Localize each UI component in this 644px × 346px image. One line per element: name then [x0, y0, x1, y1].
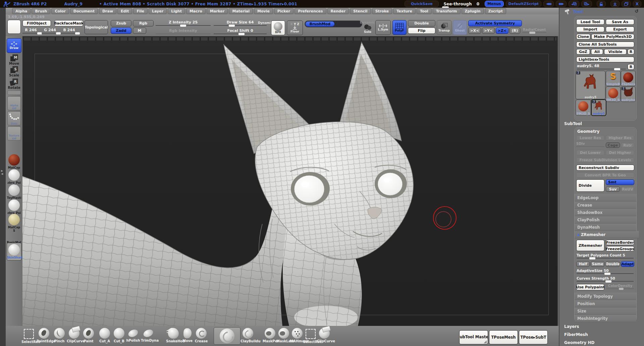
gyro-move-button[interactable]: M Move	[7, 54, 21, 65]
brush-selectrec-0[interactable]: SelectRec	[21, 328, 36, 344]
lightbox-tools-button[interactable]: Lightbox▸Tools	[576, 57, 634, 62]
section-meshintegrity[interactable]: MeshIntegrity	[575, 315, 636, 322]
goz-visible-button[interactable]: Visible	[604, 49, 627, 55]
section-dynamesh[interactable]: DynaMesh	[575, 224, 636, 231]
default-zscript-button[interactable]: DefaultZScript	[506, 1, 541, 7]
adapt-button[interactable]: Adapt	[621, 261, 634, 267]
topological-button[interactable]: Topological	[85, 20, 108, 34]
minimize-icon[interactable]	[610, 1, 620, 7]
brush-cut_a-5[interactable]: Cut_A	[97, 328, 112, 343]
bpr-render-button[interactable]: BPR	[271, 20, 285, 35]
goz-r-button[interactable]: R	[628, 49, 634, 55]
focal-shift-slider[interactable]: Focal Shift 0	[214, 28, 267, 34]
gyro-draw-button[interactable]: Draw	[7, 38, 21, 53]
prev-doc-icon[interactable]: ◀▮▮▮	[543, 1, 554, 7]
document-canvas[interactable]	[22, 36, 558, 326]
reconstruct-subdiv-button[interactable]: Reconstruct Subdiv	[576, 165, 634, 171]
transparency-button[interactable]: Transp	[437, 20, 451, 35]
brush-mahmask-15[interactable]: MAHmask	[290, 328, 305, 343]
menu-marker[interactable]: Marker	[207, 8, 228, 14]
geometry-section-header[interactable]: Geometry	[577, 129, 599, 134]
subtool-section-header[interactable]: SubTool	[561, 121, 641, 127]
adaptive-size-slider[interactable]: AdaptiveSize 50	[577, 269, 634, 274]
gyro-scale-button[interactable]: S Scale	[7, 66, 21, 77]
menu-file[interactable]: File	[133, 8, 148, 14]
clone-button[interactable]: Clone	[576, 34, 590, 40]
menu-brush[interactable]: Brush	[32, 8, 50, 14]
goz-all-button[interactable]: All	[591, 49, 603, 55]
quicksave-button[interactable]: QuickSave	[405, 1, 439, 7]
tool-thumb-audry5-0[interactable]: 3audry5	[576, 71, 605, 99]
menu-picker[interactable]: Picker	[274, 8, 293, 14]
floor-grid-button[interactable]: X Y Z Floor	[287, 20, 303, 35]
brush-hpolish-7[interactable]: hPolish	[126, 328, 141, 342]
menu-color[interactable]: Color	[51, 8, 69, 14]
symmetry-x-button[interactable]: >X<	[468, 27, 481, 34]
menu-preferences[interactable]: Preferences	[294, 8, 326, 14]
target-polygons-slider[interactable]: Target Polygons Count 5	[577, 253, 634, 258]
curves-strength-slider[interactable]: Curves Strength 50	[577, 276, 634, 282]
menu-draw[interactable]: Draw	[99, 8, 116, 14]
brush-cut_b-6[interactable]: Cut_B	[112, 328, 126, 343]
section-modify-topology[interactable]: Modify Topology	[575, 293, 636, 300]
z-intensity-slider[interactable]: Z Intensity 25	[156, 20, 211, 26]
color-g-slider[interactable]: G 244	[42, 28, 58, 34]
menu-layer[interactable]: Layer	[149, 8, 167, 14]
current-brush-thumbnail[interactable]	[214, 327, 240, 345]
menu-material[interactable]: Material	[229, 8, 253, 14]
menu-movie[interactable]: Movie	[254, 8, 273, 14]
tool-thumb-zsphere-2[interactable]: ZSphere	[621, 71, 636, 86]
brush-pinch-2[interactable]: Pinch	[52, 328, 67, 343]
menu-zscript[interactable]: Zscript	[485, 8, 506, 14]
tool-thumb-simplebru-1[interactable]: SSimpleBru	[606, 71, 621, 86]
make-polymesh3d-button[interactable]: Make PolyMesh3D	[591, 34, 634, 40]
current-stroke-slot[interactable]: Dots	[7, 111, 21, 125]
menu-edit[interactable]: Edit	[117, 8, 132, 14]
use-polypaint-button[interactable]: Use Polypaint	[576, 284, 604, 290]
tposemesh-button[interactable]: TPoseMesh	[489, 330, 518, 344]
solo-button[interactable]: Solo	[361, 24, 375, 34]
section-shadowbox[interactable]: ShadowBox	[575, 209, 636, 216]
section-crease[interactable]: Crease	[575, 201, 636, 209]
tpose-subt-button[interactable]: TPose▸SubT	[519, 330, 548, 344]
freeze-border-button[interactable]: FreezeBorder	[606, 240, 634, 245]
brush-selectrec-16[interactable]: SelectRec	[303, 328, 318, 344]
material-slot-5[interactable]: BasicMat	[7, 229, 21, 244]
same-button[interactable]: Same	[591, 261, 604, 267]
menu-tool[interactable]: Tool	[417, 8, 432, 14]
local-symmetry-button[interactable]: L.Sym	[375, 20, 391, 35]
material-slot-2[interactable]: ToyPlasti	[7, 184, 21, 199]
menu-document[interactable]: Document	[70, 8, 98, 14]
palette-fibermesh[interactable]: FiberMesh	[561, 332, 641, 338]
zremesher-section-header[interactable]: ● ZRemesher	[575, 231, 639, 238]
color-b-slider[interactable]: B 244	[61, 28, 77, 34]
brush-paintedge-1[interactable]: PaintEdge	[37, 328, 51, 343]
brush-paint-4[interactable]: Paint	[81, 328, 96, 343]
tool-thumb-pm3d_s-5[interactable]: PM3D_S	[576, 100, 591, 116]
section-claypolish[interactable]: ClayPolish	[575, 216, 636, 224]
tool-thumb-audryhea-4[interactable]: 2audryhea	[621, 86, 636, 102]
material-slot-6[interactable]: SkinShad4	[7, 243, 21, 261]
brush-trimdyna-8[interactable]: TrimDyna	[141, 328, 156, 342]
symmetry-y-button[interactable]: >Y<	[482, 27, 495, 34]
activate-symmetry-button[interactable]: Activate Symmetry	[468, 20, 522, 26]
brush-mod-button[interactable]: BrushMod	[305, 21, 335, 27]
freeze-groups-button[interactable]: FreezeGroups	[606, 246, 634, 251]
flip-button[interactable]: Flip	[408, 27, 435, 34]
menu-macro[interactable]: Macro	[186, 8, 206, 14]
save-as-button[interactable]: Save As	[606, 19, 634, 25]
menu-light[interactable]: Light	[168, 8, 185, 14]
menu-transform[interactable]: Transform	[433, 8, 461, 14]
menus-toggle[interactable]: Menus	[485, 1, 504, 7]
history-refresh-icon[interactable]: ↺	[635, 8, 639, 14]
symmetry-z-button[interactable]: >Z<	[496, 27, 508, 34]
color-r-slider[interactable]: R 246	[22, 28, 39, 34]
brush-move-10[interactable]: Move	[180, 328, 195, 343]
export-button[interactable]: Export	[606, 26, 634, 32]
tool-r-button[interactable]: R	[628, 64, 634, 70]
smt-button[interactable]: Smt	[606, 179, 634, 185]
m-button[interactable]: M	[133, 27, 146, 34]
suv-button[interactable]: Suv	[606, 186, 620, 192]
tool-thumb-audry5-6[interactable]: 3audry5	[591, 100, 606, 116]
zremesher-button[interactable]: ZRemesher	[576, 240, 604, 251]
